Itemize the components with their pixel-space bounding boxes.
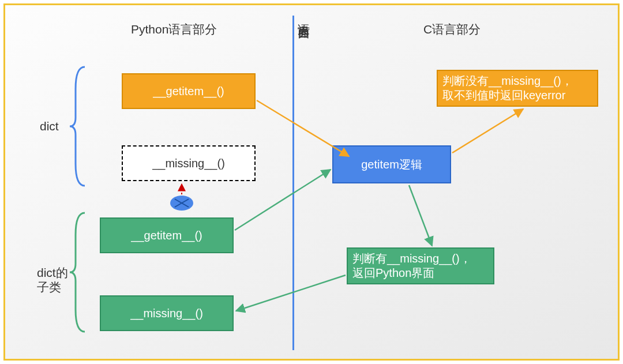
label-dict-subclass-2: 子类 bbox=[37, 279, 61, 295]
box-sub-missing: __missing__() bbox=[100, 295, 234, 331]
brace-dict bbox=[69, 66, 87, 187]
box-dict-getitem: __getitem__() bbox=[122, 73, 256, 109]
header-c: C语言部分 bbox=[423, 21, 481, 37]
arrows-layer bbox=[5, 5, 618, 359]
has-missing-line1: 判断有__missing__()， bbox=[352, 252, 471, 266]
box-getitem-logic: getitem逻辑 bbox=[332, 145, 451, 183]
box-dict-missing: __missing__() bbox=[122, 145, 256, 181]
header-python: Python语言部分 bbox=[131, 21, 217, 37]
blocked-icon bbox=[170, 196, 193, 211]
box-sub-getitem: __getitem__() bbox=[100, 217, 234, 253]
no-missing-line1: 判断没有__missing__()， bbox=[442, 74, 573, 88]
language-divider-line bbox=[292, 16, 294, 350]
svg-line-2 bbox=[452, 109, 523, 153]
has-missing-line2: 返回Python界面 bbox=[352, 266, 471, 280]
no-missing-line2: 取不到值时返回keyerror bbox=[442, 88, 573, 103]
box-no-missing: 判断没有__missing__()， 取不到值时返回keyerror bbox=[437, 70, 598, 107]
label-dict: dict bbox=[40, 119, 59, 133]
brace-dict-subclass bbox=[69, 212, 87, 333]
svg-line-4 bbox=[236, 275, 346, 311]
language-divider-label: 语言界面 bbox=[296, 14, 312, 19]
svg-line-3 bbox=[409, 185, 432, 246]
box-has-missing: 判断有__missing__()， 返回Python界面 bbox=[347, 247, 494, 284]
diagram-frame: Python语言部分 C语言部分 语言界面 dict dict的 子类 __ge… bbox=[3, 3, 620, 361]
label-dict-subclass-1: dict的 bbox=[37, 265, 68, 281]
